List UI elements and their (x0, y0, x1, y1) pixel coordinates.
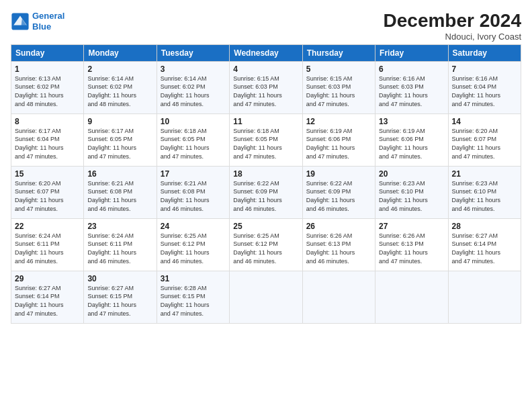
day-detail: Sunrise: 6:21 AM Sunset: 6:08 PM Dayligh… (161, 179, 226, 213)
day-number: 18 (233, 169, 298, 179)
day-number: 9 (87, 117, 152, 126)
col-tuesday: Tuesday (157, 44, 229, 61)
calendar-week-3: 15Sunrise: 6:20 AM Sunset: 6:07 PM Dayli… (11, 166, 521, 218)
logo: General Blue (11, 11, 64, 32)
day-detail: Sunrise: 6:27 AM Sunset: 6:15 PM Dayligh… (87, 284, 152, 318)
day-detail: Sunrise: 6:19 AM Sunset: 6:06 PM Dayligh… (379, 127, 444, 161)
day-number: 28 (452, 222, 517, 231)
calendar-cell: 26Sunrise: 6:26 AM Sunset: 6:13 PM Dayli… (302, 218, 375, 271)
day-number: 25 (233, 222, 298, 231)
day-detail: Sunrise: 6:25 AM Sunset: 6:12 PM Dayligh… (233, 232, 298, 265)
day-number: 30 (87, 274, 152, 283)
calendar-cell: 6Sunrise: 6:16 AM Sunset: 6:03 PM Daylig… (375, 61, 448, 113)
day-number: 21 (452, 169, 517, 179)
day-detail: Sunrise: 6:28 AM Sunset: 6:15 PM Dayligh… (161, 284, 226, 318)
calendar-cell (302, 271, 375, 323)
day-detail: Sunrise: 6:13 AM Sunset: 6:02 PM Dayligh… (15, 75, 80, 108)
calendar-cell (448, 271, 521, 323)
day-detail: Sunrise: 6:16 AM Sunset: 6:03 PM Dayligh… (379, 75, 444, 108)
day-detail: Sunrise: 6:16 AM Sunset: 6:04 PM Dayligh… (452, 75, 517, 108)
calendar-container: General Blue December 2024 Ndouci, Ivory… (0, 0, 532, 329)
day-detail: Sunrise: 6:21 AM Sunset: 6:08 PM Dayligh… (87, 179, 152, 213)
calendar-cell: 4Sunrise: 6:15 AM Sunset: 6:03 PM Daylig… (230, 61, 302, 113)
col-saturday: Saturday (448, 44, 521, 61)
calendar-week-2: 8Sunrise: 6:17 AM Sunset: 6:04 PM Daylig… (11, 113, 521, 166)
calendar-cell: 11Sunrise: 6:18 AM Sunset: 6:05 PM Dayli… (230, 113, 302, 166)
day-number: 1 (15, 64, 80, 74)
calendar-cell: 18Sunrise: 6:22 AM Sunset: 6:09 PM Dayli… (230, 166, 302, 218)
logo-icon (11, 12, 30, 31)
day-number: 12 (306, 117, 371, 126)
day-number: 22 (15, 222, 80, 231)
day-detail: Sunrise: 6:18 AM Sunset: 6:05 PM Dayligh… (233, 127, 298, 161)
day-number: 31 (161, 274, 226, 283)
day-number: 16 (87, 169, 152, 179)
header: General Blue December 2024 Ndouci, Ivory… (11, 11, 521, 42)
day-number: 14 (452, 117, 517, 126)
col-friday: Friday (375, 44, 448, 61)
calendar-cell: 14Sunrise: 6:20 AM Sunset: 6:07 PM Dayli… (448, 113, 521, 166)
calendar-cell: 8Sunrise: 6:17 AM Sunset: 6:04 PM Daylig… (11, 113, 84, 166)
day-detail: Sunrise: 6:26 AM Sunset: 6:13 PM Dayligh… (306, 232, 371, 265)
day-detail: Sunrise: 6:15 AM Sunset: 6:03 PM Dayligh… (233, 75, 298, 108)
day-number: 6 (379, 64, 444, 74)
day-detail: Sunrise: 6:23 AM Sunset: 6:10 PM Dayligh… (452, 179, 517, 213)
day-detail: Sunrise: 6:20 AM Sunset: 6:07 PM Dayligh… (15, 179, 80, 213)
calendar-cell: 9Sunrise: 6:17 AM Sunset: 6:05 PM Daylig… (84, 113, 157, 166)
day-number: 2 (87, 64, 152, 74)
day-number: 11 (233, 117, 298, 126)
day-detail: Sunrise: 6:22 AM Sunset: 6:09 PM Dayligh… (306, 179, 371, 213)
day-number: 8 (15, 117, 80, 126)
calendar-cell: 5Sunrise: 6:15 AM Sunset: 6:03 PM Daylig… (302, 61, 375, 113)
calendar-cell: 15Sunrise: 6:20 AM Sunset: 6:07 PM Dayli… (11, 166, 84, 218)
logo-line1: General (32, 11, 64, 21)
day-number: 24 (161, 222, 226, 231)
day-detail: Sunrise: 6:17 AM Sunset: 6:04 PM Dayligh… (15, 127, 80, 161)
calendar-cell: 10Sunrise: 6:18 AM Sunset: 6:05 PM Dayli… (157, 113, 229, 166)
day-number: 3 (161, 64, 226, 74)
day-detail: Sunrise: 6:25 AM Sunset: 6:12 PM Dayligh… (161, 232, 226, 265)
calendar-week-5: 29Sunrise: 6:27 AM Sunset: 6:14 PM Dayli… (11, 271, 521, 323)
day-number: 5 (306, 64, 371, 74)
day-detail: Sunrise: 6:18 AM Sunset: 6:05 PM Dayligh… (161, 127, 226, 161)
calendar-cell: 31Sunrise: 6:28 AM Sunset: 6:15 PM Dayli… (157, 271, 229, 323)
calendar-cell: 17Sunrise: 6:21 AM Sunset: 6:08 PM Dayli… (157, 166, 229, 218)
calendar-week-1: 1Sunrise: 6:13 AM Sunset: 6:02 PM Daylig… (11, 61, 521, 113)
calendar-cell: 28Sunrise: 6:27 AM Sunset: 6:14 PM Dayli… (448, 218, 521, 271)
calendar-cell: 19Sunrise: 6:22 AM Sunset: 6:09 PM Dayli… (302, 166, 375, 218)
col-wednesday: Wednesday (230, 44, 302, 61)
day-number: 20 (379, 169, 444, 179)
day-number: 10 (161, 117, 226, 126)
calendar-cell (375, 271, 448, 323)
day-number: 26 (306, 222, 371, 231)
calendar-cell: 16Sunrise: 6:21 AM Sunset: 6:08 PM Dayli… (84, 166, 157, 218)
calendar-cell: 23Sunrise: 6:24 AM Sunset: 6:11 PM Dayli… (84, 218, 157, 271)
calendar-cell: 21Sunrise: 6:23 AM Sunset: 6:10 PM Dayli… (448, 166, 521, 218)
day-detail: Sunrise: 6:26 AM Sunset: 6:13 PM Dayligh… (379, 232, 444, 265)
day-number: 27 (379, 222, 444, 231)
day-number: 15 (15, 169, 80, 179)
day-detail: Sunrise: 6:27 AM Sunset: 6:14 PM Dayligh… (452, 232, 517, 265)
day-detail: Sunrise: 6:24 AM Sunset: 6:11 PM Dayligh… (15, 232, 80, 265)
calendar-cell: 2Sunrise: 6:14 AM Sunset: 6:02 PM Daylig… (84, 61, 157, 113)
calendar-cell: 1Sunrise: 6:13 AM Sunset: 6:02 PM Daylig… (11, 61, 84, 113)
logo-line2: Blue (32, 21, 51, 32)
day-detail: Sunrise: 6:22 AM Sunset: 6:09 PM Dayligh… (233, 179, 298, 213)
day-number: 7 (452, 64, 517, 74)
day-detail: Sunrise: 6:27 AM Sunset: 6:14 PM Dayligh… (15, 284, 80, 318)
day-number: 17 (161, 169, 226, 179)
calendar-cell (230, 271, 302, 323)
day-detail: Sunrise: 6:14 AM Sunset: 6:02 PM Dayligh… (87, 75, 152, 108)
calendar-cell: 27Sunrise: 6:26 AM Sunset: 6:13 PM Dayli… (375, 218, 448, 271)
day-detail: Sunrise: 6:24 AM Sunset: 6:11 PM Dayligh… (87, 232, 152, 265)
calendar-cell: 25Sunrise: 6:25 AM Sunset: 6:12 PM Dayli… (230, 218, 302, 271)
day-detail: Sunrise: 6:19 AM Sunset: 6:06 PM Dayligh… (306, 127, 371, 161)
col-sunday: Sunday (11, 44, 84, 61)
day-detail: Sunrise: 6:20 AM Sunset: 6:07 PM Dayligh… (452, 127, 517, 161)
day-detail: Sunrise: 6:23 AM Sunset: 6:10 PM Dayligh… (379, 179, 444, 213)
day-detail: Sunrise: 6:17 AM Sunset: 6:05 PM Dayligh… (87, 127, 152, 161)
calendar-cell: 13Sunrise: 6:19 AM Sunset: 6:06 PM Dayli… (375, 113, 448, 166)
calendar-cell: 3Sunrise: 6:14 AM Sunset: 6:02 PM Daylig… (157, 61, 229, 113)
day-number: 29 (15, 274, 80, 283)
day-detail: Sunrise: 6:14 AM Sunset: 6:02 PM Dayligh… (161, 75, 226, 108)
